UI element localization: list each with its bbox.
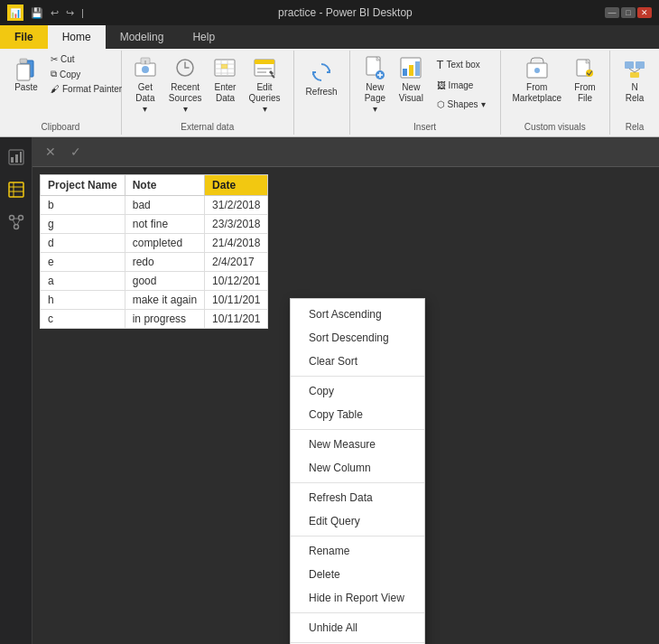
- svg-rect-25: [403, 69, 407, 76]
- context-menu-item-rename[interactable]: Rename: [291, 539, 424, 563]
- context-menu-item-unhide-all[interactable]: Unhide All: [291, 616, 424, 639]
- context-menu-item-sort-asc[interactable]: Sort Ascending: [291, 303, 424, 326]
- svg-rect-41: [9, 182, 23, 197]
- context-menu-separator-6: [291, 482, 424, 483]
- maximize-button[interactable]: □: [621, 7, 636, 18]
- format-painter-button[interactable]: 🖌 Format Painter: [47, 82, 125, 96]
- refresh-label: Refresh: [306, 87, 338, 98]
- tab-home[interactable]: Home: [48, 25, 106, 49]
- cell-project: h: [41, 291, 125, 310]
- table-row[interactable]: agood10/12/201: [41, 272, 268, 291]
- context-menu-item-copy-table[interactable]: Copy Table: [291, 403, 424, 426]
- edit-queries-button[interactable]: EditQueries ▾: [243, 52, 285, 117]
- svg-rect-38: [11, 157, 14, 163]
- context-menu-item-delete[interactable]: Delete: [291, 563, 424, 586]
- shapes-button[interactable]: ⬡ Shapes ▾: [432, 96, 491, 113]
- cell-project: d: [41, 234, 125, 253]
- related-label: NRela: [626, 82, 645, 104]
- from-marketplace-label: FromMarketplace: [513, 82, 562, 104]
- copy-button[interactable]: ⧉ Copy: [47, 67, 125, 81]
- table-body: bbad31/2/2018gnot fine23/3/2018dcomplete…: [41, 196, 268, 329]
- clipboard-group-label: Clipboard: [4, 119, 117, 135]
- enter-data-button[interactable]: EnterData: [209, 52, 241, 107]
- svg-rect-27: [415, 61, 420, 76]
- header-project[interactable]: Project Name: [41, 175, 125, 196]
- redo-icon[interactable]: ↪: [64, 7, 76, 19]
- enter-data-icon: [212, 55, 237, 80]
- recent-sources-button[interactable]: RecentSources ▾: [163, 52, 208, 117]
- context-menu-item-new-measure[interactable]: New Measure: [291, 433, 424, 456]
- cut-icon: ✂: [51, 54, 58, 64]
- table-toolbar: ✕ ✓: [32, 137, 659, 167]
- svg-line-50: [17, 219, 20, 225]
- new-related-button[interactable]: NRela: [617, 52, 652, 107]
- tab-modeling[interactable]: Modeling: [106, 25, 179, 49]
- related-items: NRela: [614, 51, 655, 119]
- paste-label: Paste: [14, 82, 38, 93]
- svg-rect-33: [636, 61, 645, 69]
- context-menu-item-sort-desc[interactable]: Sort Descending: [291, 326, 424, 350]
- close-toolbar-button[interactable]: ✕: [40, 141, 61, 163]
- tab-help[interactable]: Help: [178, 25, 229, 49]
- from-marketplace-button[interactable]: FromMarketplace: [508, 52, 566, 107]
- context-menu: Sort AscendingSort DescendingClear SortC…: [290, 298, 425, 644]
- custom-visuals-group-label: Custom visuals: [505, 119, 606, 135]
- svg-rect-32: [625, 61, 634, 69]
- table-row[interactable]: gnot fine23/3/2018: [41, 215, 268, 234]
- cell-note: completed: [125, 234, 204, 253]
- sidebar-icon-model[interactable]: [4, 210, 29, 235]
- cell-date: 31/2/2018: [205, 196, 268, 215]
- image-icon: 🖼: [437, 80, 446, 90]
- recent-sources-icon: [172, 55, 198, 80]
- context-menu-item-refresh-data[interactable]: Refresh Data: [291, 486, 424, 509]
- cell-date: 10/11/201: [205, 291, 268, 310]
- new-visual-button[interactable]: NewVisual: [394, 52, 428, 107]
- svg-rect-34: [630, 72, 639, 78]
- left-sidebar: [0, 137, 32, 644]
- sidebar-icon-report[interactable]: [4, 145, 29, 170]
- context-menu-separator-2: [291, 376, 424, 377]
- tab-file[interactable]: File: [0, 25, 48, 49]
- context-menu-item-hide-report[interactable]: Hide in Report View: [291, 586, 424, 610]
- table-row[interactable]: cin progress10/11/201: [41, 310, 268, 329]
- svg-point-45: [9, 216, 14, 220]
- table-row[interactable]: eredo2/4/2017: [41, 253, 268, 272]
- table-row[interactable]: dcompleted21/4/2018: [41, 234, 268, 253]
- check-toolbar-button[interactable]: ✓: [65, 141, 87, 163]
- new-page-button[interactable]: NewPage ▾: [357, 52, 393, 117]
- get-data-button[interactable]: GetData ▾: [129, 52, 162, 117]
- new-page-label: NewPage ▾: [362, 82, 388, 115]
- from-file-label: FromFile: [574, 82, 595, 104]
- header-date[interactable]: Date: [205, 175, 268, 196]
- cut-label: Cut: [60, 54, 75, 64]
- refresh-button[interactable]: Refresh: [302, 52, 342, 105]
- separator: |: [79, 7, 86, 18]
- undo-icon[interactable]: ↩: [49, 7, 60, 19]
- text-box-button[interactable]: T Text box: [432, 54, 491, 75]
- from-file-button[interactable]: FromFile: [568, 52, 602, 107]
- check-toolbar-icon: ✓: [70, 145, 81, 159]
- header-note[interactable]: Note: [125, 175, 204, 196]
- clipboard-small-btns: ✂ Cut ⧉ Copy 🖌 Format Painter: [47, 52, 125, 96]
- shapes-label: Shapes: [448, 99, 478, 109]
- get-data-icon: [133, 55, 158, 80]
- svg-rect-2: [20, 59, 27, 63]
- refresh-icon: [309, 60, 334, 85]
- recent-sources-label: RecentSources ▾: [168, 82, 203, 115]
- insert-items: NewPage ▾ NewVisual T Text box: [354, 51, 497, 119]
- context-menu-item-new-column[interactable]: New Column: [291, 456, 424, 480]
- ribbon-group-clipboard: Paste ✂ Cut ⧉ Copy 🖌 Format Painter Clip…: [0, 51, 122, 135]
- sidebar-icon-table[interactable]: [4, 177, 29, 202]
- table-row[interactable]: hmake it again10/11/201: [41, 291, 268, 310]
- save-icon[interactable]: 💾: [29, 7, 45, 19]
- image-button[interactable]: 🖼 Image: [432, 77, 491, 94]
- minimize-button[interactable]: —: [605, 7, 619, 18]
- context-menu-item-copy[interactable]: Copy: [291, 379, 424, 403]
- cut-button[interactable]: ✂ Cut: [47, 52, 125, 66]
- close-button[interactable]: ✕: [637, 7, 652, 18]
- paste-button[interactable]: Paste: [7, 52, 45, 98]
- context-menu-separator-4: [291, 429, 424, 430]
- table-row[interactable]: bbad31/2/2018: [41, 196, 268, 215]
- context-menu-item-edit-query[interactable]: Edit Query: [291, 509, 424, 533]
- context-menu-item-clear-sort[interactable]: Clear Sort: [291, 350, 424, 373]
